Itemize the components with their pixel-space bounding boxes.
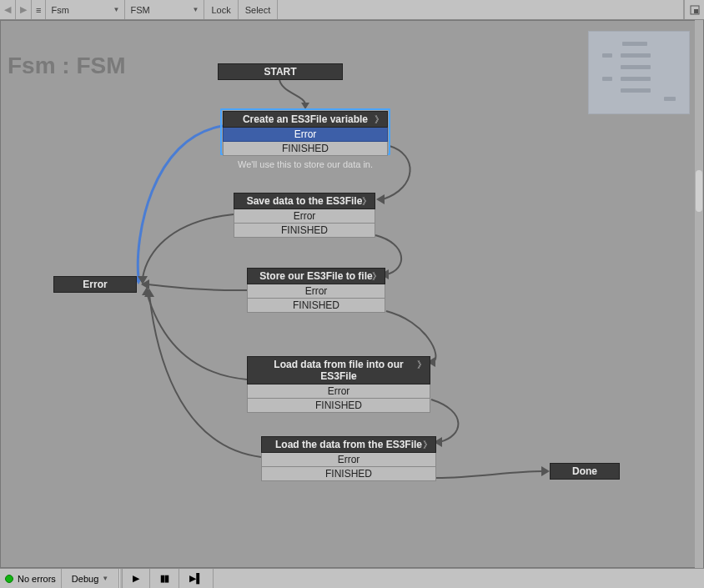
transition-icon: 》 <box>417 359 426 371</box>
fsm-name-label: FSM <box>130 5 149 15</box>
dropdown-arrow-icon: ▼ <box>113 6 120 13</box>
transition-icon: 》 <box>362 195 371 208</box>
select-button[interactable]: Select <box>239 0 279 19</box>
step-icon: ▶▌ <box>189 573 203 584</box>
svg-marker-11 <box>142 287 152 295</box>
state-load-from-file[interactable]: Load data from file into our ES3File》 Er… <box>247 356 430 413</box>
svg-marker-2 <box>301 103 309 109</box>
svg-rect-1 <box>694 9 698 13</box>
bottom-toolbar: No errors Debug ▼ ▶ ▮▮ ▶▌ <box>0 568 704 588</box>
transition-icon: 》 <box>423 439 432 451</box>
svg-marker-7 <box>541 466 550 476</box>
transition-icon: 》 <box>375 113 384 126</box>
dropdown-arrow-icon: ▼ <box>193 6 199 13</box>
state-header: Load data from file into our ES3File》 <box>247 356 430 384</box>
state-header: Create an ES3File variable》 <box>223 111 388 128</box>
transition-finished[interactable]: FINISHED <box>247 299 385 313</box>
menu-button[interactable]: ≡ <box>32 0 46 19</box>
transition-finished[interactable]: FINISHED <box>247 399 430 413</box>
state-header: Load the data from the ES3File》 <box>261 436 436 453</box>
transition-error[interactable]: Error <box>247 284 385 299</box>
fsm-object-label: Fsm <box>51 5 68 15</box>
status-text: No errors <box>18 574 56 584</box>
minimap-icon <box>690 5 700 15</box>
graph-canvas[interactable]: Fsm : FSM <box>0 20 704 568</box>
error-label: Error <box>53 276 137 293</box>
svg-marker-10 <box>141 279 149 289</box>
step-button[interactable]: ▶▌ <box>179 569 214 588</box>
minimap[interactable] <box>588 31 690 114</box>
state-load-data[interactable]: Load the data from the ES3File》 Error FI… <box>261 436 436 481</box>
status-dot-icon <box>5 575 13 583</box>
transition-finished[interactable]: FINISHED <box>261 467 436 481</box>
state-save-data[interactable]: Save data to the ES3File》 Error FINISHED <box>234 193 375 238</box>
lock-button[interactable]: Lock <box>204 0 238 19</box>
play-icon: ▶ <box>133 573 139 584</box>
state-store-to-file[interactable]: Store our ES3File to file》 Error FINISHE… <box>247 268 385 313</box>
top-toolbar: ◀ ▶ ≡ Fsm ▼ FSM ▼ Lock Select <box>0 0 704 20</box>
svg-marker-3 <box>376 194 385 204</box>
nav-back-button[interactable]: ◀ <box>0 0 16 19</box>
transition-error[interactable]: Error <box>234 209 375 224</box>
fsm-object-dropdown[interactable]: Fsm ▼ <box>46 0 125 19</box>
fsm-name-dropdown[interactable]: FSM ▼ <box>125 0 204 19</box>
done-node[interactable]: Done <box>550 463 620 480</box>
transition-icon: 》 <box>372 270 381 283</box>
transition-error[interactable]: Error <box>247 384 430 399</box>
dropdown-arrow-icon: ▼ <box>102 575 108 582</box>
svg-marker-12 <box>144 289 154 297</box>
transition-error[interactable]: Error <box>223 128 388 142</box>
status-indicator[interactable]: No errors <box>0 569 62 588</box>
done-label: Done <box>550 463 620 480</box>
scrollbar-thumb[interactable] <box>696 170 702 212</box>
error-node[interactable]: Error <box>53 276 137 293</box>
minimap-toggle-button[interactable] <box>684 0 704 19</box>
state-create-es3file[interactable]: Create an ES3File variable》 Error FINISH… <box>223 111 388 173</box>
state-header: Save data to the ES3File》 <box>234 193 375 209</box>
transition-error[interactable]: Error <box>261 453 436 467</box>
start-label: START <box>218 63 343 80</box>
state-description: We'll use this to store our data in. <box>223 156 388 173</box>
start-node[interactable]: START <box>218 63 343 80</box>
play-button[interactable]: ▶ <box>123 569 150 588</box>
vertical-scrollbar[interactable] <box>695 20 703 568</box>
transition-finished[interactable]: FINISHED <box>234 224 375 238</box>
svg-marker-9 <box>138 276 148 284</box>
nav-forward-button[interactable]: ▶ <box>16 0 32 19</box>
state-header: Store our ES3File to file》 <box>247 268 385 284</box>
pause-button[interactable]: ▮▮ <box>150 569 179 588</box>
debug-label: Debug <box>72 574 98 584</box>
transition-finished[interactable]: FINISHED <box>223 142 388 156</box>
page-title: Fsm : FSM <box>8 53 126 79</box>
toolbar-spacer <box>278 0 684 19</box>
pause-icon: ▮▮ <box>160 573 168 584</box>
debug-dropdown[interactable]: Debug ▼ <box>62 569 119 588</box>
